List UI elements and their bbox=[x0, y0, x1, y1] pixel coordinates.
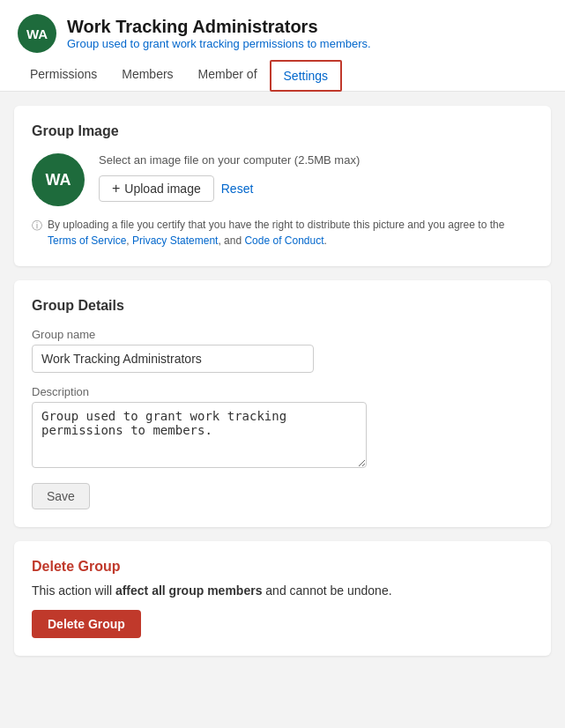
group-image-row: WA Select an image file on your computer… bbox=[32, 153, 533, 206]
upload-notice: ⓘ By uploading a file you certify that y… bbox=[32, 217, 533, 249]
avatar: WA bbox=[18, 14, 56, 53]
group-name-label: Group name bbox=[32, 328, 533, 341]
delete-notice: This action will affect all group member… bbox=[32, 583, 533, 598]
group-name-group: Group name bbox=[32, 328, 533, 373]
tab-settings[interactable]: Settings bbox=[270, 60, 343, 92]
group-image-title: Group Image bbox=[32, 123, 533, 139]
page-header: WA Work Tracking Administrators Group us… bbox=[0, 0, 565, 92]
tab-member-of[interactable]: Member of bbox=[186, 60, 270, 91]
page-subtitle: Group used to grant work tracking permis… bbox=[67, 37, 371, 50]
main-content: Group Image WA Select an image file on y… bbox=[0, 92, 565, 670]
privacy-link[interactable]: Privacy Statement bbox=[132, 234, 218, 247]
description-group: Description bbox=[32, 385, 533, 471]
header-top: WA Work Tracking Administrators Group us… bbox=[18, 14, 547, 53]
page-title: Work Tracking Administrators bbox=[67, 17, 371, 37]
plus-icon: + bbox=[112, 182, 120, 196]
group-name-input[interactable] bbox=[32, 345, 314, 373]
group-details-title: Group Details bbox=[32, 298, 533, 314]
reset-image-button[interactable]: Reset bbox=[221, 182, 254, 196]
upload-image-button[interactable]: + Upload image bbox=[99, 175, 214, 202]
group-image-right: Select an image file on your computer (2… bbox=[99, 153, 533, 202]
tab-members[interactable]: Members bbox=[109, 60, 185, 91]
code-of-conduct-link[interactable]: Code of Conduct bbox=[244, 234, 323, 247]
group-avatar: WA bbox=[32, 153, 85, 206]
group-image-card: Group Image WA Select an image file on y… bbox=[14, 106, 551, 266]
tab-bar: Permissions Members Member of Settings bbox=[18, 60, 547, 91]
notice-text: By uploading a file you certify that you… bbox=[48, 217, 533, 249]
group-details-card: Group Details Group name Description Sav… bbox=[14, 280, 551, 527]
delete-group-button[interactable]: Delete Group bbox=[32, 610, 141, 638]
tab-permissions[interactable]: Permissions bbox=[18, 60, 109, 91]
description-label: Description bbox=[32, 385, 533, 398]
image-actions: + Upload image Reset bbox=[99, 175, 533, 202]
terms-link[interactable]: Terms of Service bbox=[48, 234, 126, 247]
info-icon: ⓘ bbox=[32, 218, 42, 234]
delete-title: Delete Group bbox=[32, 559, 533, 575]
image-hint: Select an image file on your computer (2… bbox=[99, 153, 533, 167]
delete-group-card: Delete Group This action will affect all… bbox=[14, 541, 551, 656]
save-button[interactable]: Save bbox=[32, 483, 90, 509]
upload-label: Upload image bbox=[124, 182, 200, 196]
header-text: Work Tracking Administrators Group used … bbox=[67, 17, 371, 50]
description-textarea[interactable] bbox=[32, 402, 367, 468]
